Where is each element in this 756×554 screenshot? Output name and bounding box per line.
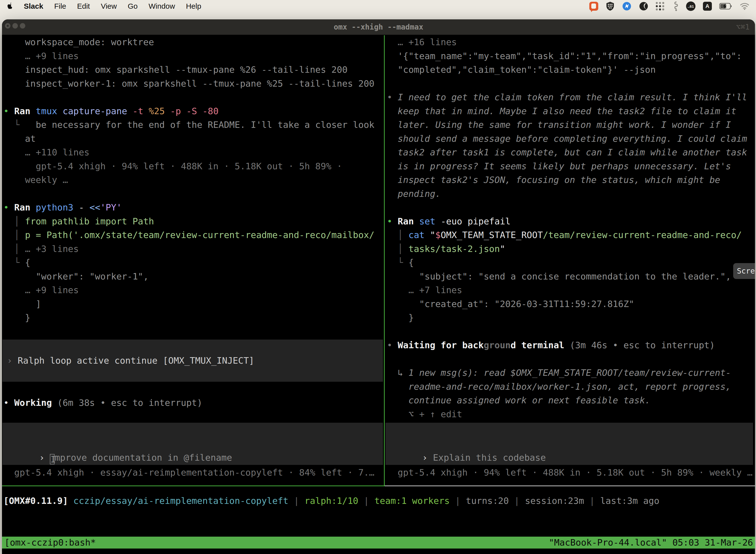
right-model-status: gpt-5.4 xhigh · 94% left · 488K in · 5.1… xyxy=(387,466,753,480)
terminal-line: • I need to get the claim token from the… xyxy=(387,90,747,104)
terminal-line xyxy=(3,90,375,104)
right-prompt-input[interactable]: › Explain this codebase xyxy=(385,423,753,465)
terminal-line: … +7 lines xyxy=(387,283,747,297)
terminal-line: │ p = Path('.omx/state/team/review-curre… xyxy=(3,228,375,242)
active-pane-border xyxy=(2,486,385,486)
terminal-line: } xyxy=(3,311,375,325)
working-status: • Working (6m 38s • esc to interrupt) xyxy=(3,396,202,410)
terminal-line xyxy=(387,77,747,91)
terminal-line: "worker": "worker-1", xyxy=(3,270,375,283)
menu-item-file[interactable]: File xyxy=(54,2,66,10)
terminal-line xyxy=(387,201,747,214)
terminal-line: inspect_worker-1: omx sparkshell --tmux-… xyxy=(3,77,375,91)
terminal-line: … +9 lines xyxy=(3,49,375,63)
tmux-status-bar: [omx-cczip0:bash* "MacBook-Pro-44.local"… xyxy=(2,537,755,549)
menu-item-go[interactable]: Go xyxy=(128,2,138,10)
tmux-host-clock-label: "MacBook-Pro-44.local" 05:03 31-Mar-26 xyxy=(549,536,753,550)
terminal-line xyxy=(3,187,375,201)
window-title: omx --xhigh --madmax xyxy=(2,19,755,35)
terminal-line: └ { xyxy=(387,256,747,270)
terminal-line: │ cat "$OMX_TEAM_STATE_ROOT/team/review-… xyxy=(387,228,747,242)
terminal-line: at xyxy=(3,132,375,146)
apple-menu-icon[interactable] xyxy=(6,2,13,10)
terminal-line: } xyxy=(387,311,747,325)
terminal-line: │ tasks/task-2.json" xyxy=(387,242,747,256)
terminal-line: "created_at": "2026-03-31T11:59:27.816Z" xyxy=(387,297,747,311)
terminal-line: … +16 lines xyxy=(387,35,747,49)
input-letter-label: A xyxy=(705,3,709,9)
badge-61-label: ..61 xyxy=(688,4,694,8)
left-pane-output: workspace_mode: worktree … +9 lines insp… xyxy=(3,35,375,325)
terminal-line: later. Using the same for transition mig… xyxy=(387,118,747,132)
terminal-line xyxy=(387,352,747,366)
terminal-line: ⌥ + ↑ edit xyxy=(387,407,747,421)
percent-badge-icon[interactable]: ..61 xyxy=(686,1,695,11)
terminal-line: ↳ 1 new msg(s): read $OMX_TEAM_STATE_ROO… xyxy=(387,366,747,380)
terminal-line: ] xyxy=(3,297,375,311)
shield-icon[interactable] xyxy=(606,1,615,11)
terminal-line: │ from pathlib import Path xyxy=(3,214,375,228)
screen-share-overlay[interactable]: Scre xyxy=(733,263,755,279)
terminal-window: omx --xhigh --madmax ⌥⌘1 workspace_mode:… xyxy=(2,19,755,554)
moon-icon[interactable] xyxy=(639,1,648,11)
pane-divider[interactable] xyxy=(384,35,385,486)
prompt-chevron-icon: › xyxy=(39,452,45,463)
compass-icon[interactable] xyxy=(622,1,631,11)
menu-item-view[interactable]: View xyxy=(101,2,117,10)
screen-sharing-icon[interactable] xyxy=(589,2,598,11)
left-prompt-placeholder: mprove documentation in @filename xyxy=(55,452,232,463)
squiggle-icon[interactable] xyxy=(672,1,679,11)
terminal-line: "completed","claim_token":"claim-token"}… xyxy=(387,63,747,77)
battery-icon[interactable] xyxy=(719,3,732,9)
inactive-pane-border xyxy=(385,486,755,486)
terminal-line: readme-and-reco/mailbox/worker-1.json, a… xyxy=(387,380,747,394)
window-shortcut-hint: ⌥⌘1 xyxy=(736,19,750,35)
terminal-line: continue assigned work or next feasible … xyxy=(387,393,747,407)
terminal-line: inspect task2's JSON, focusing on the st… xyxy=(387,173,747,187)
terminal-line: task2 after task1 is complete, but can I… xyxy=(387,146,747,159)
right-pane-output: … +16 lines '{"team_name":"my-team","tas… xyxy=(387,35,747,421)
terminal-line: inspect_hud: omx sparkshell --tmux-pane … xyxy=(3,63,375,77)
text-cursor: I xyxy=(50,454,55,464)
menu-app-name[interactable]: Slack xyxy=(24,2,43,10)
terminal-line: • Ran set -euo pipefail xyxy=(387,214,747,228)
terminal-line: • Waiting for background terminal (3m 46… xyxy=(387,338,747,352)
terminal-line xyxy=(387,325,747,339)
terminal-line: "subject": "send a concise recommendatio… xyxy=(387,270,747,283)
right-prompt-placeholder: Explain this codebase xyxy=(433,452,546,463)
terminal-line: keep that in mind. Maybe I also need the… xyxy=(387,104,747,118)
terminal-line: workspace_mode: worktree xyxy=(3,35,375,49)
terminal-line: … +9 lines xyxy=(3,283,375,297)
terminal-line: gpt-5.4 xhigh · 94% left · 488K in · 5.1… xyxy=(3,159,375,173)
menu-item-edit[interactable]: Edit xyxy=(77,2,90,10)
menu-item-help[interactable]: Help xyxy=(186,2,201,10)
terminal-line: │ … +3 lines xyxy=(3,242,375,256)
menu-item-window[interactable]: Window xyxy=(148,2,175,10)
terminal-line: weekly … xyxy=(3,173,375,187)
window-titlebar[interactable]: omx --xhigh --madmax ⌥⌘1 xyxy=(2,19,755,35)
left-prompt-input[interactable]: › Improve documentation in @filename xyxy=(2,423,383,465)
left-model-status: gpt-5.4 xhigh · essay/ai-reimplementatio… xyxy=(3,466,375,480)
menu-bar: Slack File Edit View Go Window Help ..61… xyxy=(0,0,756,12)
ralph-loop-banner: › Ralph loop active continue [OMX_TMUX_I… xyxy=(2,340,383,382)
prompt-chevron-icon: › xyxy=(422,452,428,463)
terminal-line: should send a message before completing … xyxy=(387,132,747,146)
omx-status-line: [OMX#0.11.9] cczip/essay/ai-reimplementa… xyxy=(3,494,659,508)
terminal-line: └ be necessary for the end of the README… xyxy=(3,118,375,132)
terminal-line: '{"team_name":"my-team","task_id":"1","f… xyxy=(387,49,747,63)
terminal-line: is in progress? It seems likely but perh… xyxy=(387,159,747,173)
keyboard-input-icon[interactable]: A xyxy=(703,2,712,11)
tmux-session-label: [omx-cczip0:bash* xyxy=(4,536,96,550)
terminal-line: … +110 lines xyxy=(3,146,375,159)
dots-grid-icon[interactable] xyxy=(656,2,665,11)
terminal-line: pending. xyxy=(387,187,747,201)
terminal-line: └ { xyxy=(3,256,375,270)
terminal-line: • Ran tmux capture-pane -t %25 -p -S -80 xyxy=(3,104,375,118)
wifi-icon[interactable] xyxy=(740,2,750,10)
ralph-loop-text: › Ralph loop active continue [OMX_TMUX_I… xyxy=(7,354,254,368)
terminal-line: • Ran python3 - <<'PY' xyxy=(3,201,375,214)
